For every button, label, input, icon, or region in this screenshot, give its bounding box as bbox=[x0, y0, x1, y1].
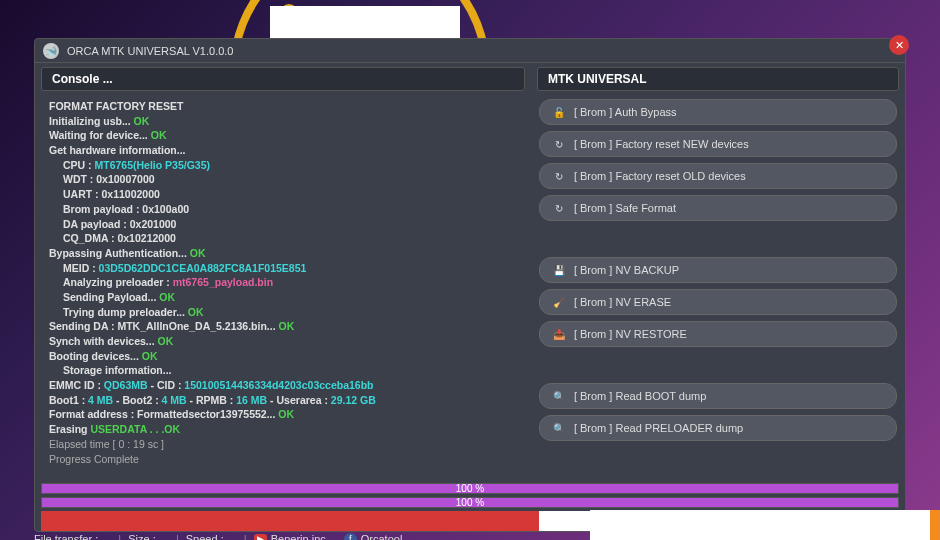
orange-strip bbox=[930, 510, 940, 540]
action-label: [ Brom ] Safe Format bbox=[574, 202, 676, 214]
console-line: Analyzing preloader : mt6765_payload.bin bbox=[49, 275, 517, 290]
file-transfer-label: File transfer : bbox=[34, 533, 98, 540]
console-line: DA payload : 0x201000 bbox=[49, 217, 517, 232]
action-list: 🔓[ Brom ] Auth Bypass↻[ Brom ] Factory r… bbox=[537, 95, 899, 473]
action-button[interactable]: 💾[ Brom ] NV BACKUP bbox=[539, 257, 897, 283]
console-line: FORMAT FACTORY RESET bbox=[49, 99, 517, 114]
youtube-icon[interactable]: ▶ bbox=[254, 534, 267, 540]
action-icon: ↻ bbox=[552, 201, 566, 215]
action-icon: 📥 bbox=[552, 327, 566, 341]
size-label: Size : bbox=[128, 533, 156, 540]
file-transfer-value: ... bbox=[102, 533, 111, 540]
facebook-link[interactable]: Orcatool bbox=[361, 533, 403, 540]
progress-area: 100 % 100 % bbox=[41, 483, 899, 511]
youtube-link[interactable]: Benerin.inc bbox=[271, 533, 326, 540]
main-window: 🐋 ORCA MTK UNIVERSAL V1.0.0.0 ✕ Console … bbox=[34, 38, 906, 532]
titlebar: 🐋 ORCA MTK UNIVERSAL V1.0.0.0 bbox=[35, 39, 905, 63]
console-line: EMMC ID : QD63MB - CID : 150100514436334… bbox=[49, 378, 517, 393]
console-line: CPU : MT6765(Helio P35/G35) bbox=[49, 158, 517, 173]
action-icon: 🧹 bbox=[552, 295, 566, 309]
action-label: [ Brom ] Read PRELOADER dump bbox=[574, 422, 743, 434]
progress-bar-1: 100 % bbox=[41, 483, 899, 494]
speed-value: ... bbox=[228, 533, 237, 540]
white-overlay-block-2 bbox=[590, 510, 940, 540]
action-button[interactable]: 🔍[ Brom ] Read PRELOADER dump bbox=[539, 415, 897, 441]
action-icon: 🔍 bbox=[552, 389, 566, 403]
console-line: CQ_DMA : 0x10212000 bbox=[49, 231, 517, 246]
console-line: Elapsed time [ 0 : 19 sc ] bbox=[49, 437, 517, 452]
console-line: Waiting for device... OK bbox=[49, 128, 517, 143]
console-line: Storage information... bbox=[49, 363, 517, 378]
speed-label: Speed : bbox=[186, 533, 224, 540]
actions-header: MTK UNIVERSAL bbox=[537, 67, 899, 91]
action-label: [ Brom ] NV BACKUP bbox=[574, 264, 679, 276]
console-line: Progress Complete bbox=[49, 452, 517, 467]
action-icon: 💾 bbox=[552, 263, 566, 277]
action-button[interactable]: 🧹[ Brom ] NV ERASE bbox=[539, 289, 897, 315]
console-line: Synch with devices... OK bbox=[49, 334, 517, 349]
action-button[interactable]: 📥[ Brom ] NV RESTORE bbox=[539, 321, 897, 347]
action-label: [ Brom ] Factory reset NEW devices bbox=[574, 138, 749, 150]
console-line: Boot1 : 4 MB - Boot2 : 4 MB - RPMB : 16 … bbox=[49, 393, 517, 408]
action-label: [ Brom ] NV ERASE bbox=[574, 296, 671, 308]
close-button[interactable]: ✕ bbox=[889, 35, 909, 55]
action-icon: ↻ bbox=[552, 169, 566, 183]
console-line: WDT : 0x10007000 bbox=[49, 172, 517, 187]
console-log: FORMAT FACTORY RESETInitializing usb... … bbox=[41, 95, 525, 473]
action-button[interactable]: ↻[ Brom ] Factory reset OLD devices bbox=[539, 163, 897, 189]
console-header: Console ... bbox=[41, 67, 525, 91]
action-label: [ Brom ] Auth Bypass bbox=[574, 106, 677, 118]
console-line: Brom payload : 0x100a00 bbox=[49, 202, 517, 217]
console-line: Initializing usb... OK bbox=[49, 114, 517, 129]
console-line: MEID : 03D5D62DDC1CEA0A882FC8A1F015E851 bbox=[49, 261, 517, 276]
window-title: ORCA MTK UNIVERSAL V1.0.0.0 bbox=[67, 45, 233, 57]
action-icon: ↻ bbox=[552, 137, 566, 151]
facebook-icon[interactable]: f bbox=[344, 533, 357, 541]
action-label: [ Brom ] Read BOOT dump bbox=[574, 390, 706, 402]
console-line: Erasing USERDATA . . .OK bbox=[49, 422, 517, 437]
console-line: Sending Payload... OK bbox=[49, 290, 517, 305]
console-line: Bypassing Authentication... OK bbox=[49, 246, 517, 261]
console-line: Get hardware information... bbox=[49, 143, 517, 158]
console-line: Format address : Formattedsector13975552… bbox=[49, 407, 517, 422]
action-icon: 🔓 bbox=[552, 105, 566, 119]
action-button[interactable]: 🔍[ Brom ] Read BOOT dump bbox=[539, 383, 897, 409]
action-label: [ Brom ] NV RESTORE bbox=[574, 328, 687, 340]
console-line: Trying dump preloader... OK bbox=[49, 305, 517, 320]
progress-bar-2: 100 % bbox=[41, 497, 899, 508]
size-value: ... bbox=[160, 533, 169, 540]
app-logo-icon: 🐋 bbox=[43, 43, 59, 59]
console-line: Booting devices... OK bbox=[49, 349, 517, 364]
action-button[interactable]: ↻[ Brom ] Safe Format bbox=[539, 195, 897, 221]
console-line: UART : 0x11002000 bbox=[49, 187, 517, 202]
action-button[interactable]: 🔓[ Brom ] Auth Bypass bbox=[539, 99, 897, 125]
action-label: [ Brom ] Factory reset OLD devices bbox=[574, 170, 746, 182]
action-button[interactable]: ↻[ Brom ] Factory reset NEW devices bbox=[539, 131, 897, 157]
console-line: Sending DA : MTK_AllInOne_DA_5.2136.bin.… bbox=[49, 319, 517, 334]
action-icon: 🔍 bbox=[552, 421, 566, 435]
